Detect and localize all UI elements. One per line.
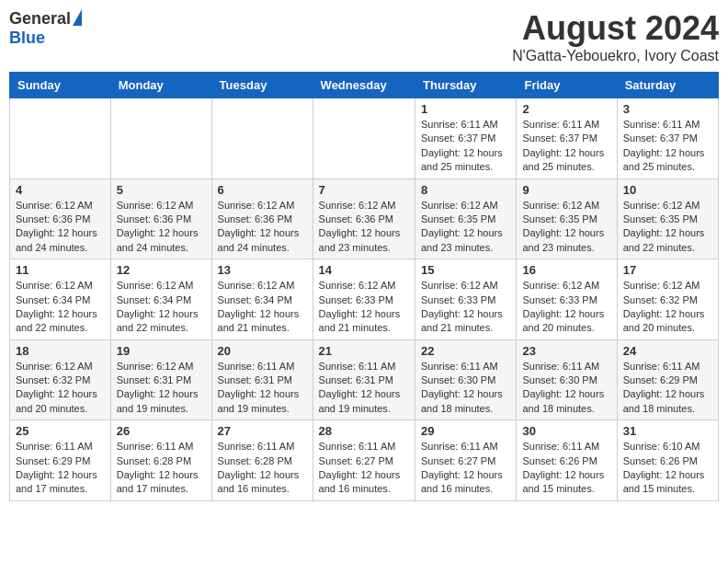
day-number: 2: [522, 102, 610, 116]
calendar-cell: 4Sunrise: 6:12 AM Sunset: 6:36 PM Daylig…: [10, 178, 111, 259]
day-number: 19: [117, 344, 206, 358]
calendar-cell: 30Sunrise: 6:11 AM Sunset: 6:26 PM Dayli…: [517, 420, 617, 501]
calendar-cell: 21Sunrise: 6:11 AM Sunset: 6:31 PM Dayli…: [313, 339, 415, 420]
logo-general-text: General: [9, 9, 71, 29]
calendar-cell: 18Sunrise: 6:12 AM Sunset: 6:32 PM Dayli…: [10, 339, 111, 420]
calendar-cell: 6Sunrise: 6:12 AM Sunset: 6:36 PM Daylig…: [211, 178, 313, 259]
calendar-cell: 3Sunrise: 6:11 AM Sunset: 6:37 PM Daylig…: [617, 98, 718, 179]
calendar-cell: 19Sunrise: 6:12 AM Sunset: 6:31 PM Dayli…: [110, 339, 211, 420]
day-number: 7: [319, 183, 409, 197]
day-number: 12: [117, 263, 206, 277]
calendar-cell: [110, 98, 211, 179]
day-info: Sunrise: 6:12 AM Sunset: 6:34 PM Dayligh…: [218, 279, 307, 336]
day-number: 25: [16, 424, 105, 438]
day-info: Sunrise: 6:11 AM Sunset: 6:31 PM Dayligh…: [218, 360, 307, 417]
day-number: 11: [16, 263, 105, 277]
day-header-sunday: Sunday: [10, 73, 111, 98]
calendar-cell: 31Sunrise: 6:10 AM Sunset: 6:26 PM Dayli…: [617, 420, 718, 501]
calendar-cell: 20Sunrise: 6:11 AM Sunset: 6:31 PM Dayli…: [211, 339, 313, 420]
week-row-2: 4Sunrise: 6:12 AM Sunset: 6:36 PM Daylig…: [10, 178, 719, 259]
logo: General Blue: [9, 9, 82, 48]
calendar-cell: 27Sunrise: 6:11 AM Sunset: 6:28 PM Dayli…: [211, 420, 313, 501]
calendar-cell: 10Sunrise: 6:12 AM Sunset: 6:35 PM Dayli…: [617, 178, 718, 259]
day-number: 14: [319, 263, 409, 277]
calendar-cell: 9Sunrise: 6:12 AM Sunset: 6:35 PM Daylig…: [517, 178, 617, 259]
day-header-tuesday: Tuesday: [211, 73, 313, 98]
calendar-cell: [313, 98, 415, 179]
day-info: Sunrise: 6:12 AM Sunset: 6:33 PM Dayligh…: [421, 279, 510, 336]
week-row-1: 1Sunrise: 6:11 AM Sunset: 6:37 PM Daylig…: [10, 98, 719, 179]
day-number: 18: [16, 344, 105, 358]
day-info: Sunrise: 6:12 AM Sunset: 6:35 PM Dayligh…: [421, 199, 510, 256]
calendar-cell: 11Sunrise: 6:12 AM Sunset: 6:34 PM Dayli…: [10, 259, 111, 340]
day-number: 23: [522, 344, 610, 358]
day-number: 6: [218, 183, 307, 197]
day-header-saturday: Saturday: [617, 73, 718, 98]
day-number: 16: [522, 263, 610, 277]
logo-blue-text: Blue: [9, 29, 45, 48]
main-title: August 2024: [512, 9, 719, 48]
calendar-cell: 15Sunrise: 6:12 AM Sunset: 6:33 PM Dayli…: [415, 259, 517, 340]
day-info: Sunrise: 6:12 AM Sunset: 6:33 PM Dayligh…: [522, 279, 610, 336]
day-number: 4: [16, 183, 105, 197]
day-info: Sunrise: 6:12 AM Sunset: 6:36 PM Dayligh…: [16, 199, 105, 256]
day-info: Sunrise: 6:11 AM Sunset: 6:29 PM Dayligh…: [16, 440, 105, 497]
day-number: 10: [623, 183, 712, 197]
calendar-cell: 24Sunrise: 6:11 AM Sunset: 6:29 PM Dayli…: [617, 339, 718, 420]
calendar-cell: 26Sunrise: 6:11 AM Sunset: 6:28 PM Dayli…: [110, 420, 211, 501]
day-number: 22: [421, 344, 510, 358]
day-header-friday: Friday: [517, 73, 617, 98]
calendar-cell: 12Sunrise: 6:12 AM Sunset: 6:34 PM Dayli…: [110, 259, 211, 340]
day-info: Sunrise: 6:12 AM Sunset: 6:35 PM Dayligh…: [623, 199, 712, 256]
calendar-cell: 25Sunrise: 6:11 AM Sunset: 6:29 PM Dayli…: [10, 420, 111, 501]
day-number: 26: [117, 424, 206, 438]
day-number: 9: [522, 183, 610, 197]
day-info: Sunrise: 6:11 AM Sunset: 6:30 PM Dayligh…: [421, 360, 510, 417]
day-number: 27: [218, 424, 307, 438]
day-info: Sunrise: 6:11 AM Sunset: 6:30 PM Dayligh…: [522, 360, 610, 417]
day-info: Sunrise: 6:11 AM Sunset: 6:27 PM Dayligh…: [421, 440, 510, 497]
day-info: Sunrise: 6:11 AM Sunset: 6:37 PM Dayligh…: [421, 118, 510, 175]
day-number: 21: [319, 344, 409, 358]
day-info: Sunrise: 6:11 AM Sunset: 6:27 PM Dayligh…: [319, 440, 409, 497]
calendar-cell: 5Sunrise: 6:12 AM Sunset: 6:36 PM Daylig…: [110, 178, 211, 259]
day-header-wednesday: Wednesday: [313, 73, 415, 98]
calendar-body: 1Sunrise: 6:11 AM Sunset: 6:37 PM Daylig…: [10, 98, 719, 501]
day-number: 1: [421, 102, 510, 116]
day-number: 13: [218, 263, 307, 277]
day-info: Sunrise: 6:12 AM Sunset: 6:34 PM Dayligh…: [117, 279, 206, 336]
day-info: Sunrise: 6:11 AM Sunset: 6:29 PM Dayligh…: [623, 360, 712, 417]
calendar-cell: 1Sunrise: 6:11 AM Sunset: 6:37 PM Daylig…: [415, 98, 517, 179]
day-number: 8: [421, 183, 510, 197]
day-info: Sunrise: 6:12 AM Sunset: 6:36 PM Dayligh…: [319, 199, 409, 256]
day-number: 3: [623, 102, 712, 116]
day-info: Sunrise: 6:10 AM Sunset: 6:26 PM Dayligh…: [623, 440, 712, 497]
title-section: August 2024 N'Gatta-Yebouekro, Ivory Coa…: [512, 9, 719, 64]
calendar-table: SundayMondayTuesdayWednesdayThursdayFrid…: [9, 72, 719, 501]
week-row-4: 18Sunrise: 6:12 AM Sunset: 6:32 PM Dayli…: [10, 339, 719, 420]
calendar-cell: 17Sunrise: 6:12 AM Sunset: 6:32 PM Dayli…: [617, 259, 718, 340]
day-info: Sunrise: 6:12 AM Sunset: 6:36 PM Dayligh…: [117, 199, 206, 256]
day-number: 31: [623, 424, 712, 438]
day-info: Sunrise: 6:12 AM Sunset: 6:32 PM Dayligh…: [16, 360, 105, 417]
day-info: Sunrise: 6:12 AM Sunset: 6:32 PM Dayligh…: [623, 279, 712, 336]
day-number: 28: [319, 424, 409, 438]
page-header: General Blue August 2024 N'Gatta-Yebouek…: [9, 9, 719, 64]
calendar-cell: 7Sunrise: 6:12 AM Sunset: 6:36 PM Daylig…: [313, 178, 415, 259]
calendar-cell: 8Sunrise: 6:12 AM Sunset: 6:35 PM Daylig…: [415, 178, 517, 259]
calendar-cell: 28Sunrise: 6:11 AM Sunset: 6:27 PM Dayli…: [313, 420, 415, 501]
week-row-3: 11Sunrise: 6:12 AM Sunset: 6:34 PM Dayli…: [10, 259, 719, 340]
day-info: Sunrise: 6:12 AM Sunset: 6:35 PM Dayligh…: [522, 199, 610, 256]
calendar-cell: 13Sunrise: 6:12 AM Sunset: 6:34 PM Dayli…: [211, 259, 313, 340]
day-info: Sunrise: 6:12 AM Sunset: 6:31 PM Dayligh…: [117, 360, 206, 417]
day-number: 30: [522, 424, 610, 438]
calendar-header-row: SundayMondayTuesdayWednesdayThursdayFrid…: [10, 73, 719, 98]
day-info: Sunrise: 6:11 AM Sunset: 6:31 PM Dayligh…: [319, 360, 409, 417]
day-info: Sunrise: 6:12 AM Sunset: 6:36 PM Dayligh…: [218, 199, 307, 256]
calendar-cell: [10, 98, 111, 179]
day-info: Sunrise: 6:12 AM Sunset: 6:34 PM Dayligh…: [16, 279, 105, 336]
day-info: Sunrise: 6:11 AM Sunset: 6:28 PM Dayligh…: [117, 440, 206, 497]
calendar-cell: 23Sunrise: 6:11 AM Sunset: 6:30 PM Dayli…: [517, 339, 617, 420]
day-info: Sunrise: 6:11 AM Sunset: 6:28 PM Dayligh…: [218, 440, 307, 497]
calendar-cell: [211, 98, 313, 179]
